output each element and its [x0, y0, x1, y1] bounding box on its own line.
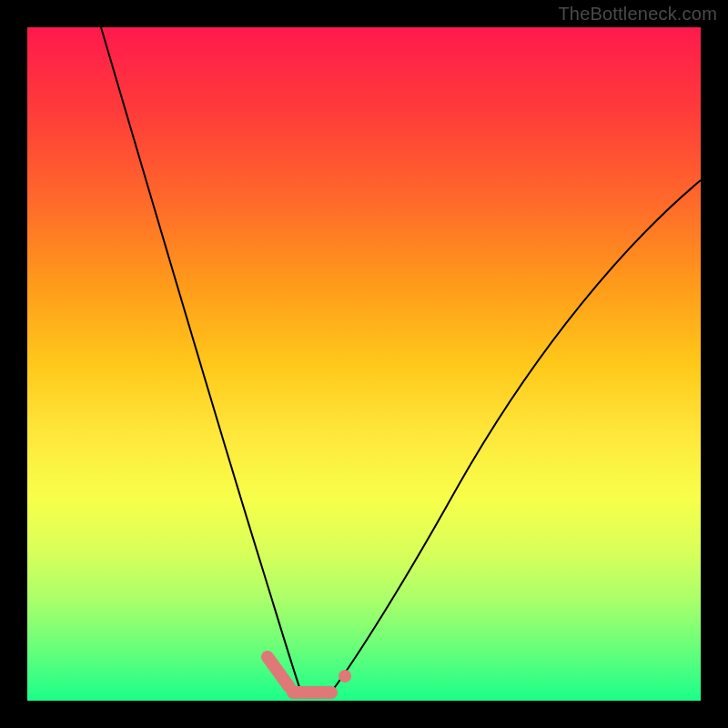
highlight-segment-left [268, 657, 289, 687]
plot-area [27, 27, 701, 701]
curve-svg [27, 27, 701, 701]
curve-right-branch [329, 180, 701, 694]
curve-left-branch [101, 27, 300, 690]
watermark-text: TheBottleneck.com [558, 4, 717, 25]
chart-frame: TheBottleneck.com [0, 0, 728, 728]
highlight-dot [339, 670, 351, 682]
